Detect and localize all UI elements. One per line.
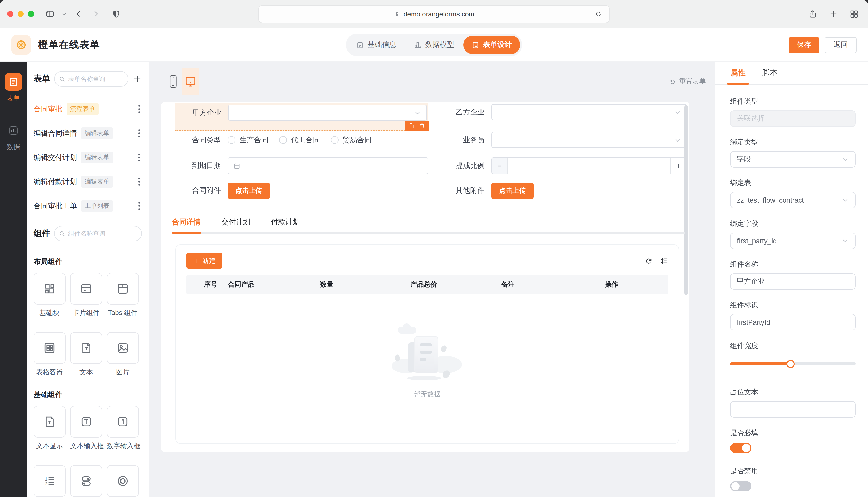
refresh-icon[interactable] (645, 256, 653, 265)
reload-icon[interactable] (591, 8, 605, 21)
other-attachment-upload-button[interactable]: 点击上传 (491, 183, 534, 199)
more-actions-icon[interactable] (136, 127, 142, 139)
row-height-sort-icon[interactable] (660, 256, 668, 265)
forward-icon[interactable] (89, 7, 103, 20)
component-card-text-display[interactable]: 文本显示 (33, 406, 66, 451)
bind-field-select[interactable]: first_party_id (730, 232, 856, 249)
back-button[interactable]: 返回 (825, 37, 857, 53)
radio-oem-contract[interactable]: 代工合同 (279, 135, 320, 145)
desktop-preview-button[interactable] (182, 68, 199, 95)
zoom-window-button[interactable] (28, 11, 34, 17)
more-actions-icon[interactable] (136, 103, 142, 115)
form-canvas-area: 重置表单 甲方企业 (149, 62, 715, 497)
input-1-icon (107, 406, 139, 438)
radio-trade-contract[interactable]: 贸易合同 (331, 135, 372, 145)
component-card-basic-block[interactable]: 基础块 (33, 273, 66, 317)
field-label: 占位文本 (730, 388, 856, 397)
svg-text:1: 1 (45, 477, 47, 481)
subtable-container: 新建 序号 (176, 244, 679, 444)
forms-sidebar: 表单 合同审批 流程表单 (27, 62, 149, 497)
component-card-radio[interactable]: 单选组件 (107, 465, 139, 497)
form-list-item[interactable]: 编辑交付计划 编辑表单 (27, 145, 149, 170)
component-card-table-container[interactable]: 表格容器 (33, 332, 66, 377)
tab-delivery-plan[interactable]: 交付计划 (221, 217, 250, 227)
form-design-canvas: 甲方企业 (161, 102, 689, 452)
bar-chart-icon (414, 41, 422, 49)
empty-illustration (394, 324, 461, 385)
form-list-item[interactable]: 编辑付款计划 编辑表单 (27, 170, 149, 194)
tab-script[interactable]: 脚本 (762, 62, 778, 84)
save-button[interactable]: 保存 (788, 37, 819, 53)
new-row-button[interactable]: 新建 (186, 253, 222, 269)
add-form-button[interactable] (133, 74, 142, 84)
tab-properties[interactable]: 属性 (730, 62, 746, 84)
component-card-number-input[interactable]: 数字输入框 (107, 406, 139, 451)
chevron-down-icon[interactable] (59, 7, 69, 20)
tab-basic-info[interactable]: 基础信息 (348, 36, 404, 54)
component-card-text-input[interactable]: 文本输入框 (70, 406, 102, 451)
component-card-switch[interactable]: 开关组件 (70, 465, 102, 497)
tab-payment-plan[interactable]: 付款计划 (271, 217, 300, 227)
component-card-text[interactable]: 文本 (70, 332, 102, 377)
tab-overview-icon[interactable] (848, 7, 861, 20)
rail-item-forms[interactable]: 表单 (5, 73, 22, 103)
component-type-input: 关联选择 (730, 110, 856, 127)
field-label: 其他附件 (436, 186, 491, 195)
placeholder-text-input[interactable] (730, 401, 856, 417)
trash-icon[interactable] (419, 123, 425, 129)
field-label: 合同类型 (175, 135, 228, 145)
share-icon[interactable] (806, 7, 819, 20)
component-key-input[interactable] (730, 314, 856, 330)
monitor-icon (184, 75, 197, 88)
form-list-item[interactable]: 编辑合同详情 编辑表单 (27, 121, 149, 145)
slider-handle[interactable] (786, 360, 795, 368)
selected-component-first-party[interactable]: 甲方企业 (175, 103, 428, 131)
first-party-select[interactable] (228, 105, 427, 120)
canvas-scrollbar[interactable] (684, 105, 688, 295)
form-list-item[interactable]: 合同审批工单 工单列表 (27, 194, 149, 218)
close-window-button[interactable] (7, 11, 13, 17)
bind-table-select[interactable]: zz_test_flow_contract (730, 192, 856, 208)
component-card-card[interactable]: 卡片组件 (70, 273, 102, 317)
field-label: 到期日期 (175, 161, 228, 170)
plus-icon (193, 257, 199, 264)
new-tab-icon[interactable] (827, 7, 840, 20)
app-header: 橙单在线表单 基础信息 数据模型 (0, 28, 868, 62)
contract-attachment-upload-button[interactable]: 点击上传 (228, 183, 270, 199)
second-party-select[interactable] (491, 104, 687, 120)
contract-type-radios: 生产合同 代工合同 贸易合同 (228, 135, 428, 145)
component-width-slider[interactable] (730, 360, 856, 368)
window-controls[interactable] (7, 11, 34, 17)
component-card-number-range[interactable]: 1 2 数字范围... (33, 465, 66, 497)
more-actions-icon[interactable] (136, 152, 142, 164)
stepper-decrease-button[interactable]: − (492, 158, 508, 174)
form-search-input[interactable] (54, 71, 128, 87)
required-toggle[interactable] (730, 443, 752, 453)
tab-contract-detail[interactable]: 合同详情 (172, 217, 201, 227)
commission-input[interactable] (508, 158, 670, 174)
shield-icon[interactable] (109, 7, 123, 20)
disabled-toggle[interactable] (730, 481, 752, 491)
salesman-select[interactable] (491, 132, 687, 148)
reset-form-button[interactable]: 重置表单 (669, 77, 706, 86)
tab-data-model[interactable]: 数据模型 (405, 36, 463, 54)
component-card-image[interactable]: 图片 (107, 332, 139, 377)
radio-production-contract[interactable]: 生产合同 (228, 135, 268, 145)
sidebar-toggle-icon[interactable] (43, 7, 57, 20)
address-bar[interactable]: demo.orangeforms.com (258, 5, 610, 23)
due-date-input[interactable] (228, 157, 428, 174)
form-list-item[interactable]: 合同审批 流程表单 (27, 97, 149, 121)
bind-type-select[interactable]: 字段 (730, 151, 856, 168)
component-card-tabs[interactable]: Tabs 组件 (107, 273, 139, 317)
more-actions-icon[interactable] (136, 176, 142, 188)
component-name-input[interactable] (730, 273, 856, 290)
back-icon[interactable] (72, 7, 85, 20)
minimize-window-button[interactable] (17, 11, 24, 17)
stepper-increase-button[interactable]: + (670, 158, 686, 174)
rail-item-data[interactable]: 数据 (5, 122, 22, 152)
component-search-input[interactable] (54, 226, 142, 241)
tab-form-design[interactable]: 表单设计 (464, 36, 520, 54)
copy-icon[interactable] (409, 123, 415, 129)
more-actions-icon[interactable] (136, 200, 142, 212)
mobile-preview-button[interactable] (164, 68, 182, 95)
